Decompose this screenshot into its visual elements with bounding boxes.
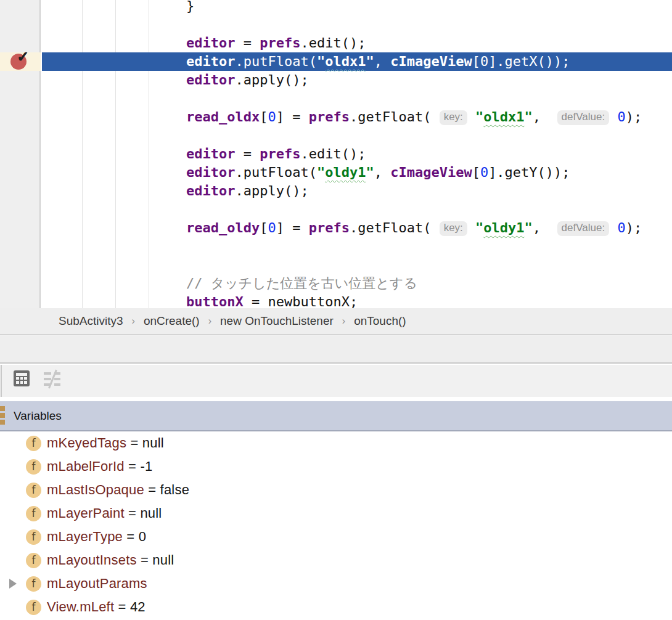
code-token: );	[626, 220, 642, 235]
code-token: prefs	[260, 146, 300, 161]
code-token: }	[186, 0, 194, 14]
code-token: oldx1	[483, 109, 524, 124]
code-line[interactable]: read_oldx[0] = prefs.getFloat( key: "old…	[42, 108, 672, 126]
variable-value: = null	[126, 435, 164, 451]
code-token	[467, 220, 475, 235]
editor-gutter[interactable]: ✓	[0, 0, 41, 308]
variable-name: mKeyedTags	[47, 435, 126, 451]
variable-name: mLastIsOpaque	[47, 482, 144, 498]
code-token: editor	[186, 165, 235, 180]
code-token: defValue:	[557, 221, 610, 236]
verified-breakpoint-icon[interactable]: ✓	[10, 54, 27, 70]
code-line[interactable]: editor = prefs.edit();	[42, 145, 672, 163]
code-token: "	[317, 54, 325, 69]
code-token: "	[525, 109, 533, 124]
code-token: editor	[186, 146, 235, 161]
code-token: ,	[533, 220, 557, 235]
code-token: ].getY());	[488, 165, 570, 180]
expand-triangle-icon[interactable]	[0, 579, 26, 589]
code-line[interactable]	[42, 89, 672, 108]
toolbar-left-edge	[1, 365, 2, 397]
breadcrumb-item[interactable]: onTouch()	[354, 314, 406, 328]
filter-lines-icon[interactable]	[44, 371, 61, 387]
code-line[interactable]: editor.apply();	[42, 182, 672, 200]
breadcrumb-item[interactable]: SubActivity3	[59, 314, 123, 328]
code-token: "	[475, 220, 483, 235]
breadcrumb-item[interactable]: onCreate()	[144, 314, 200, 328]
field-icon: f	[26, 576, 41, 592]
execution-line[interactable]: editor.putFloat("oldx1", cImageView[0].g…	[42, 52, 672, 71]
breakpoint-check-icon: ✓	[17, 48, 29, 65]
code-token: cImageView	[390, 165, 472, 180]
field-icon: f	[26, 600, 41, 615]
code-token: [	[260, 109, 268, 124]
code-token: 0	[617, 109, 625, 124]
variables-panel-header[interactable]: Variables	[0, 401, 672, 431]
code-line[interactable]	[42, 256, 672, 274]
code-token: [	[472, 54, 480, 69]
code-token: read_oldx	[186, 109, 260, 124]
code-line[interactable]: read_oldy[0] = prefs.getFloat( key: "old…	[42, 219, 672, 237]
tool-window-tab-icon	[0, 406, 5, 411]
code-token: );	[626, 109, 642, 124]
variable-value: = -1	[125, 459, 153, 475]
code-line[interactable]: }	[42, 0, 672, 15]
breadcrumb: SubActivity3›onCreate()›new OnTouchListe…	[0, 308, 672, 335]
code-token: prefs	[309, 220, 350, 235]
code-token: .edit();	[300, 35, 366, 51]
code-token	[467, 109, 475, 124]
code-token: "	[366, 165, 374, 180]
code-line[interactable]: buttonX = newbuttonX;	[42, 293, 672, 308]
code-token	[609, 220, 617, 235]
code-token: buttonX	[186, 294, 244, 308]
code-line[interactable]: editor.apply();	[42, 71, 672, 89]
variables-list: fmKeyedTags = nullfmLabelForId = -1fmLas…	[0, 431, 672, 620]
code-line[interactable]: editor.putFloat("oldy1", cImageView[0].g…	[42, 163, 672, 182]
variable-row[interactable]: fmLayerType = 0	[0, 525, 672, 549]
code-token: editor	[186, 35, 235, 51]
code-line[interactable]	[42, 126, 672, 145]
code-token: .putFloat(	[235, 54, 316, 69]
code-token: oldy1	[483, 220, 524, 235]
code-token: cImageView	[390, 54, 472, 69]
debugger-window: }editor = prefs.edit();editor.putFloat("…	[0, 0, 672, 620]
code-token: = newbuttonX;	[244, 294, 358, 308]
code-token: ].getX());	[488, 54, 570, 69]
code-token: editor	[186, 72, 235, 88]
variable-row[interactable]: fmLayoutInsets = null	[0, 549, 672, 572]
code-token: ] =	[276, 109, 309, 124]
code-line[interactable]: editor = prefs.edit();	[42, 34, 672, 52]
code-token: .apply();	[235, 72, 308, 88]
code-token: 0	[480, 54, 488, 69]
code-lines: }editor = prefs.edit();editor.putFloat("…	[42, 0, 672, 308]
breadcrumb-item[interactable]: new OnTouchListener	[220, 314, 334, 328]
code-token: .getFloat(	[350, 220, 440, 235]
field-icon: f	[26, 459, 41, 475]
variable-row[interactable]: fmKeyedTags = null	[0, 431, 672, 455]
code-token: ,	[374, 54, 391, 69]
debug-toolbar	[0, 365, 672, 397]
code-line[interactable]	[42, 200, 672, 219]
variable-row[interactable]: fView.mLeft = 42	[0, 595, 672, 619]
code-token: key:	[440, 221, 467, 236]
variable-row[interactable]: fmLayoutParams	[0, 572, 672, 595]
variable-row[interactable]: fmLayerPaint = null	[0, 502, 672, 525]
code-token: [	[260, 220, 268, 235]
panel-divider-strip	[0, 335, 672, 364]
variable-row[interactable]: fmLastIsOpaque = false	[0, 478, 672, 502]
code-token: =	[235, 146, 260, 161]
code-token: .apply();	[235, 183, 308, 198]
code-editor[interactable]: }editor = prefs.edit();editor.putFloat("…	[0, 0, 672, 308]
variable-value: = 0	[123, 529, 146, 545]
code-token: "	[475, 109, 483, 124]
code-line[interactable]: // タッチした位置を古い位置とする	[42, 274, 672, 293]
code-line[interactable]	[42, 237, 672, 256]
code-token: editor	[186, 183, 235, 198]
variable-name: mLayerType	[47, 529, 123, 545]
variable-row[interactable]: fmLabelForId = -1	[0, 455, 672, 478]
tool-window-tab-icon	[0, 413, 5, 418]
code-line[interactable]	[42, 15, 672, 34]
variable-value: = null	[137, 552, 174, 568]
table-view-icon[interactable]	[14, 370, 30, 386]
tool-window-tab-icon	[0, 420, 5, 425]
